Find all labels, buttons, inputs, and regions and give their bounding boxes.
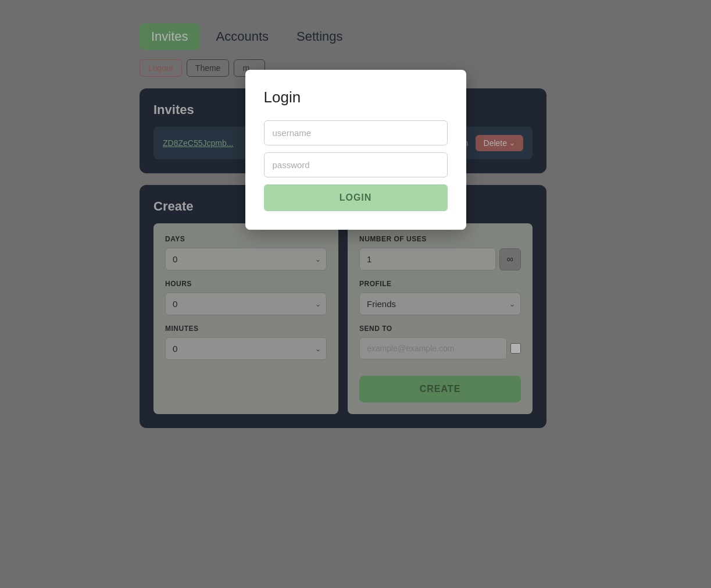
username-input[interactable]	[264, 120, 448, 145]
modal-overlay: Login LOGIN	[0, 0, 711, 588]
password-input[interactable]	[264, 152, 448, 177]
login-modal: Login LOGIN	[245, 70, 466, 230]
modal-title: Login	[264, 88, 448, 106]
login-button[interactable]: LOGIN	[264, 184, 448, 211]
